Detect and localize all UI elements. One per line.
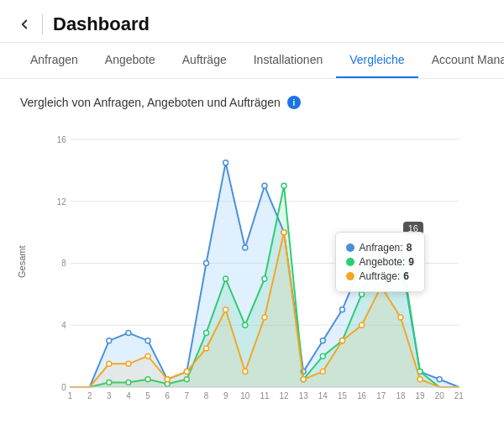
svg-point-81 bbox=[398, 315, 403, 320]
chart-title: Vergleich von Anfragen, Angeboten und Au… bbox=[20, 96, 281, 109]
svg-text:14: 14 bbox=[318, 391, 328, 400]
svg-text:4: 4 bbox=[126, 391, 131, 400]
svg-point-73 bbox=[243, 369, 248, 374]
svg-point-33 bbox=[145, 338, 150, 343]
tooltip-row: Aufträge:6 bbox=[346, 270, 414, 282]
svg-text:19: 19 bbox=[416, 391, 425, 400]
nav-tab-angebote[interactable]: Angebote bbox=[92, 43, 169, 78]
chart-title-row: Vergleich von Anfragen, Angeboten und Au… bbox=[20, 96, 484, 109]
svg-text:4: 4 bbox=[61, 321, 66, 330]
svg-point-38 bbox=[243, 245, 248, 250]
svg-point-78 bbox=[340, 338, 345, 343]
svg-point-79 bbox=[360, 322, 365, 327]
svg-text:8: 8 bbox=[204, 391, 209, 400]
svg-text:8: 8 bbox=[61, 259, 66, 268]
svg-text:11: 11 bbox=[260, 391, 269, 400]
svg-text:3: 3 bbox=[107, 391, 112, 400]
nav-tab-anfragen[interactable]: Anfragen bbox=[17, 43, 92, 78]
svg-text:6: 6 bbox=[165, 391, 170, 400]
info-icon[interactable]: i bbox=[287, 96, 301, 109]
svg-text:20: 20 bbox=[435, 391, 444, 400]
content-area: Vergleich von Anfragen, Angeboten und Au… bbox=[0, 79, 504, 424]
back-button[interactable] bbox=[17, 17, 32, 32]
svg-point-39 bbox=[262, 183, 267, 188]
svg-text:7: 7 bbox=[185, 391, 190, 400]
svg-point-69 bbox=[165, 377, 170, 382]
tooltip-row: Anfragen:8 bbox=[346, 242, 414, 254]
page-title: Dashboard bbox=[53, 13, 150, 35]
header-divider bbox=[42, 14, 43, 34]
svg-point-71 bbox=[204, 346, 209, 351]
svg-text:18: 18 bbox=[396, 391, 405, 400]
svg-point-54 bbox=[204, 330, 209, 335]
nav-tabs: AnfragenAngeboteAufträgeInstallationenVe… bbox=[0, 43, 504, 79]
svg-text:15: 15 bbox=[338, 391, 347, 400]
svg-point-62 bbox=[360, 291, 365, 296]
svg-point-36 bbox=[204, 261, 209, 266]
tooltip-box: Anfragen:8Angebote:9Aufträge:6 bbox=[335, 232, 425, 292]
svg-text:10: 10 bbox=[240, 391, 249, 400]
svg-point-67 bbox=[126, 361, 131, 366]
svg-point-56 bbox=[243, 322, 248, 327]
svg-text:2: 2 bbox=[87, 391, 92, 400]
y-axis-label: Gesamt bbox=[17, 245, 27, 278]
svg-point-60 bbox=[320, 353, 325, 359]
svg-text:0: 0 bbox=[61, 383, 66, 392]
nav-tab-installationen[interactable]: Installationen bbox=[240, 43, 337, 78]
svg-point-48 bbox=[437, 377, 442, 382]
svg-point-43 bbox=[340, 307, 345, 312]
svg-text:21: 21 bbox=[454, 391, 464, 400]
svg-point-37 bbox=[223, 160, 228, 165]
nav-tab-vergleiche[interactable]: Vergleiche bbox=[336, 43, 417, 78]
svg-point-77 bbox=[320, 369, 325, 374]
svg-text:5: 5 bbox=[145, 391, 150, 400]
svg-point-82 bbox=[417, 377, 423, 382]
svg-point-68 bbox=[145, 353, 150, 359]
svg-text:1: 1 bbox=[68, 391, 73, 400]
svg-text:16: 16 bbox=[357, 391, 366, 400]
nav-tab-account-managers[interactable]: Account Managers bbox=[418, 43, 504, 78]
svg-point-32 bbox=[126, 330, 131, 335]
svg-point-66 bbox=[107, 361, 112, 366]
svg-point-70 bbox=[184, 369, 189, 374]
chart-svg-area: 0481216123456789101112131415161718192021… bbox=[45, 131, 475, 408]
svg-text:16: 16 bbox=[57, 135, 66, 144]
tooltip-row: Angebote:9 bbox=[346, 256, 414, 268]
svg-point-58 bbox=[281, 183, 286, 188]
svg-point-42 bbox=[320, 338, 325, 343]
svg-text:13: 13 bbox=[299, 391, 308, 400]
chart-container: Gesamt 048121612345678910111213141516171… bbox=[20, 123, 484, 424]
svg-text:12: 12 bbox=[280, 391, 289, 400]
header: Dashboard bbox=[0, 0, 504, 43]
svg-point-72 bbox=[223, 307, 228, 312]
svg-point-75 bbox=[281, 230, 286, 235]
nav-tab-aufträge[interactable]: Aufträge bbox=[169, 43, 240, 78]
svg-text:9: 9 bbox=[223, 391, 228, 400]
svg-text:17: 17 bbox=[376, 391, 386, 400]
svg-point-55 bbox=[223, 276, 228, 281]
svg-text:12: 12 bbox=[57, 197, 66, 207]
svg-point-57 bbox=[262, 276, 267, 281]
svg-point-31 bbox=[107, 338, 112, 343]
svg-point-76 bbox=[301, 377, 306, 382]
svg-point-74 bbox=[262, 315, 267, 320]
